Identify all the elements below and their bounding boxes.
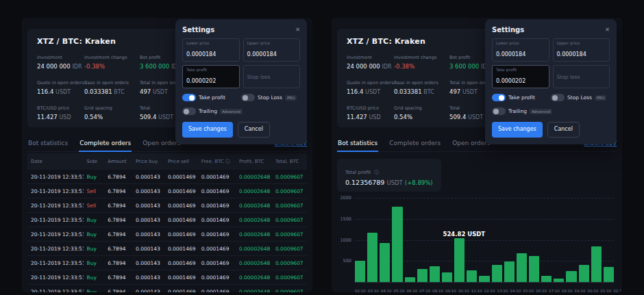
cell-profit: 0.00002648 [236, 198, 272, 213]
cell-amount: 6.7894 [104, 285, 132, 293]
cell-free: 0.0001469 [198, 170, 236, 184]
save-changes-button[interactable]: Save changes [492, 122, 543, 138]
col-price-buy: Price buy [132, 153, 164, 170]
cell-price-buy: 0.000143 [132, 184, 164, 198]
trailing-toggle-group: Trailing Advanced [182, 107, 243, 115]
cell-amount: 6.7894 [104, 198, 132, 213]
chart-bar[interactable] [442, 272, 452, 283]
cell-free: 0.0001469 [198, 184, 236, 198]
stop-loss-input[interactable]: Stop loss [243, 65, 301, 88]
cancel-button[interactable]: Cancel [238, 122, 270, 138]
chart-bar[interactable] [492, 265, 502, 283]
stop-loss-input[interactable]: Stop loss [553, 65, 610, 88]
order-row: 20-11-2019 12:33:51 Buy 6.7894 0.000143 … [27, 213, 307, 227]
chart-bar[interactable] [517, 253, 527, 283]
chart-x-tick-label: 05:10 [394, 289, 405, 292]
chart-x-tick-label: 02:10 [355, 289, 366, 292]
chart-bar[interactable] [504, 261, 515, 283]
chart-bar[interactable] [392, 207, 402, 283]
cell-profit: 0.00002648 [236, 242, 272, 256]
chart-x-tick-label: 09:10 [445, 289, 456, 292]
toggle-knob [189, 95, 195, 101]
chart-bar[interactable] [430, 266, 440, 283]
lower-price-input[interactable]: Lower price 0.0000184 [182, 38, 240, 62]
cell-profit: 0.00002648 [236, 213, 272, 227]
take-profit-toggle-group: Take profit [492, 94, 551, 101]
order-row: 20-11-2019 12:33:51 Buy 6.7894 0.000143 … [27, 270, 307, 285]
chart-baseline [355, 282, 614, 283]
chart-bar[interactable] [467, 270, 477, 283]
chart-x-tick-label: 03:10 [368, 289, 379, 292]
cell-amount: 6.7894 [104, 256, 132, 270]
chart-x-tick-label: 08:10 [432, 289, 443, 292]
take-profit-toggle[interactable] [182, 94, 196, 101]
tab-bot-statistics[interactable]: Bot statistics [337, 135, 378, 151]
chart-x-tick-label: 14:10 [510, 289, 521, 292]
stat-base-open-orders: Base in open orders 0.033381 BTC [394, 80, 446, 95]
lower-price-input[interactable]: Lower price 0.0000184 [492, 38, 549, 62]
stop-loss-toggle[interactable] [241, 94, 255, 101]
cell-profit: 0.00002648 [236, 170, 272, 184]
cell-free: 0.0001469 [198, 198, 236, 213]
advanced-badge: Advanced [220, 109, 243, 114]
stat-investment-change: Investment change -0.38% [84, 55, 136, 70]
take-profit-toggle-group: Take profit [182, 94, 241, 101]
settings-panel: Settings ✕ Lower price 0.0000184 Upper p… [175, 19, 307, 144]
chart-bar[interactable] [380, 243, 390, 283]
stat-base-open-orders: Base in open orders 0.033381 BTC [84, 80, 136, 95]
order-row: 20-11-2019 12:33:51 Buy 6.7894 0.000143 … [27, 256, 307, 270]
cell-date: 20-11-2019 12:33:51 [27, 184, 84, 198]
total-profit-card: Total profit ⓘ 0.12356789 USDT (+8.89%) [337, 159, 441, 192]
chart-x-tick-label: 18:10 [562, 289, 573, 292]
chart-bar[interactable] [355, 261, 365, 283]
settings-title: Settings [492, 26, 524, 34]
chart-x-tick-label: 07:10 [419, 289, 430, 292]
tab-complete-orders[interactable]: Complete orders [388, 135, 441, 151]
close-icon[interactable]: ✕ [295, 27, 300, 33]
cell-profit: 0.00002648 [236, 227, 272, 242]
upper-price-input[interactable]: Upper price 0.0000184 [553, 38, 610, 62]
stop-loss-toggle[interactable] [551, 94, 565, 101]
trailing-toggle[interactable] [182, 107, 196, 115]
chart-bar[interactable] [579, 265, 589, 283]
cell-price-buy: 0.000143 [132, 256, 164, 270]
app-root: XTZ / BTC: Kraken Investment 24 000 000 … [0, 0, 644, 295]
upper-price-input[interactable]: Upper price 0.0000184 [243, 38, 301, 62]
chart-bar[interactable] [454, 238, 465, 283]
chart-bar[interactable] [566, 271, 576, 283]
close-icon[interactable]: ✕ [605, 27, 610, 33]
save-changes-button[interactable]: Save changes [182, 122, 233, 138]
chart-bar[interactable] [604, 267, 614, 283]
chart-x-tick-label: 04:10 [381, 289, 392, 292]
toggle-knob [184, 109, 189, 114]
chart-x-tick-label: 19:10 [575, 289, 586, 292]
cell-amount: 6.7894 [104, 184, 132, 198]
total-profit-value: 0.12356789 [345, 179, 384, 186]
cell-total: 0.0009607 [272, 285, 307, 293]
trailing-toggle[interactable] [492, 107, 506, 115]
take-profit-input[interactable]: Take profit 0.0000202 [492, 65, 549, 88]
col-total-btc: Total, BTC [272, 153, 307, 170]
chart-x-tick-label: 06:10 [406, 289, 417, 292]
cell-side: Buy [84, 270, 105, 285]
chart-bar[interactable] [591, 246, 602, 283]
cell-side: Buy [84, 170, 105, 184]
chart-bar[interactable] [367, 233, 377, 283]
col-side: Side [84, 153, 105, 170]
tab-bot-statistics[interactable]: Bot statistics [27, 135, 69, 151]
cell-date: 20-11-2019 12:33:51 [27, 170, 84, 184]
cell-total: 0.0009607 [272, 227, 307, 242]
cell-total: 0.0009607 [272, 213, 307, 227]
cell-free: 0.0001469 [198, 213, 236, 227]
cell-profit: 0.00002648 [236, 285, 272, 293]
col-amount: Amount [104, 153, 132, 170]
cell-amount: 6.7894 [104, 270, 132, 285]
tab-complete-orders[interactable]: Complete orders [79, 135, 132, 151]
chart-bar[interactable] [529, 256, 539, 283]
take-profit-toggle[interactable] [492, 94, 506, 101]
cell-free: 0.0001469 [198, 285, 236, 293]
cell-side: Buy [84, 213, 105, 227]
cancel-button[interactable]: Cancel [547, 122, 580, 138]
chart-bar[interactable] [417, 269, 428, 283]
take-profit-input[interactable]: Take profit 0.0000202 [182, 65, 240, 88]
